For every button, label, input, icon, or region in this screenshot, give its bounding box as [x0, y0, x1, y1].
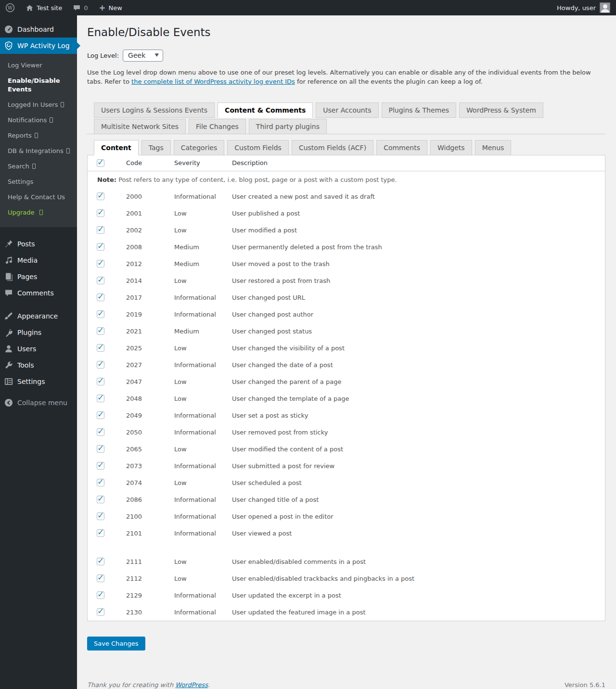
log-level-select[interactable]: Geek ▼ — [123, 50, 163, 62]
tab-third-party-plugins[interactable]: Third party plugins — [249, 119, 327, 134]
submenu-settings[interactable]: Settings — [0, 174, 77, 190]
row-checkbox[interactable] — [97, 260, 104, 268]
row-checkbox[interactable] — [97, 608, 104, 616]
event-severity: Low — [174, 210, 232, 217]
row-checkbox[interactable] — [97, 192, 104, 200]
row-checkbox[interactable] — [97, 344, 104, 352]
event-code: 2001 — [126, 210, 174, 217]
submenu-logged-in-users[interactable]: Logged In Users — [0, 97, 77, 113]
sidebar-item-comments[interactable]: Comments — [0, 285, 77, 301]
save-changes-button[interactable]: Save Changes — [87, 637, 145, 651]
sidebar-item-label: Dashboard — [17, 26, 54, 33]
event-description: User set a post as sticky — [232, 412, 605, 419]
row-checkbox[interactable] — [97, 378, 104, 385]
settings-icon — [4, 377, 13, 386]
wordpress-link[interactable]: WordPress — [175, 681, 208, 689]
submenu-enable-disable-events[interactable]: Enable/Disable Events — [0, 73, 77, 97]
submenu-label: DB & Integrations — [8, 147, 64, 154]
subtab-tags[interactable]: Tags — [141, 140, 171, 155]
submenu-upgrade[interactable]: Upgrade — [0, 205, 77, 220]
comments-icon — [4, 288, 13, 298]
page-description: Use the Log level drop down menu above t… — [87, 68, 605, 87]
event-description: User scheduled a post — [232, 479, 605, 486]
row-checkbox[interactable] — [97, 243, 104, 251]
tab-plugins-themes[interactable]: Plugins & Themes — [382, 102, 457, 118]
new-content-button[interactable]: New — [93, 0, 128, 15]
subtab-categories[interactable]: Categories — [174, 140, 224, 155]
submenu-reports[interactable]: Reports — [0, 128, 77, 143]
sidebar-item-dashboard[interactable]: Dashboard — [0, 21, 77, 38]
event-severity: Low — [174, 558, 232, 565]
row-checkbox[interactable] — [97, 462, 104, 470]
submenu-notifications[interactable]: Notifications — [0, 113, 77, 128]
event-severity: Low — [174, 446, 232, 453]
comments-counter[interactable]: 0 — [67, 0, 93, 15]
row-checkbox[interactable] — [97, 574, 104, 582]
row-checkbox[interactable] — [97, 361, 104, 369]
tab-content-comments[interactable]: Content & Comments — [218, 102, 313, 118]
version-text: Version 5.6.1 — [565, 681, 605, 689]
row-checkbox[interactable] — [97, 529, 104, 537]
subtab-widgets[interactable]: Widgets — [430, 140, 472, 155]
sidebar-item-label: Posts — [17, 240, 35, 248]
sidebar-item-appearance[interactable]: Appearance — [0, 308, 77, 324]
tab-user-accounts[interactable]: User Accounts — [316, 102, 378, 118]
event-description: User changed the visibility of a post — [232, 344, 605, 352]
sidebar-item-wp-activity-log[interactable]: WP Activity Log — [0, 38, 77, 54]
submenu-log-viewer[interactable]: Log Viewer — [0, 58, 77, 73]
row-checkbox[interactable] — [97, 479, 104, 486]
site-name-link[interactable]: Test site — [20, 0, 67, 15]
row-checkbox[interactable] — [97, 445, 104, 453]
subtab-content[interactable]: Content — [94, 140, 139, 155]
submenu-search[interactable]: Search — [0, 159, 77, 174]
subtab-custom-fields[interactable]: Custom Fields — [227, 140, 289, 155]
row-checkbox[interactable] — [97, 395, 104, 402]
table-row: 2086 Informational User changed title of… — [88, 491, 605, 508]
sidebar-item-users[interactable]: Users — [0, 341, 77, 357]
event-code: 2017 — [126, 294, 174, 301]
collapse-menu-button[interactable]: Collapse menu — [0, 395, 77, 411]
sidebar-item-settings[interactable]: Settings — [0, 373, 77, 390]
sidebar-item-posts[interactable]: Posts — [0, 236, 77, 252]
row-checkbox[interactable] — [97, 496, 104, 503]
wordpress-menu-link[interactable]: W — [0, 0, 20, 15]
tab-users-logins-sessions[interactable]: Users Logins & Sessions Events — [94, 102, 215, 118]
sidebar-item-plugins[interactable]: Plugins — [0, 324, 77, 341]
row-checkbox[interactable] — [97, 411, 104, 419]
subtab-menus[interactable]: Menus — [475, 140, 512, 155]
row-checkbox[interactable] — [97, 293, 104, 301]
events-table: Code Severity Description Note: Post ref… — [87, 155, 605, 621]
select-all-checkbox[interactable] — [97, 159, 104, 167]
tab-multisite-network-sites[interactable]: Multisite Network Sites — [94, 119, 186, 134]
event-ids-link[interactable]: the complete list of WordPress activity … — [131, 78, 295, 85]
row-checkbox[interactable] — [97, 591, 104, 599]
tab-file-changes[interactable]: File Changes — [189, 119, 246, 134]
sidebar-item-media[interactable]: Media — [0, 252, 77, 268]
tab-wordpress-system[interactable]: WordPress & System — [459, 102, 543, 118]
row-checkbox[interactable] — [97, 209, 104, 217]
sidebar-item-pages[interactable]: Pages — [0, 268, 77, 285]
event-code: 2008 — [126, 243, 174, 251]
event-description: User changed post status — [232, 328, 605, 335]
subtab-comments[interactable]: Comments — [376, 140, 427, 155]
row-checkbox[interactable] — [97, 327, 104, 335]
sidebar-item-tools[interactable]: Tools — [0, 357, 77, 373]
submenu-help-contact[interactable]: Help & Contact Us — [0, 190, 77, 205]
my-account-menu[interactable]: Howdy, user — [551, 0, 616, 15]
sidebar-item-label: WP Activity Log — [17, 42, 70, 50]
table-header-row: Code Severity Description — [88, 155, 605, 171]
subtab-custom-fields-acf[interactable]: Custom Fields (ACF) — [292, 140, 373, 155]
collapse-arrow-icon — [4, 398, 13, 408]
submenu-db-integrations[interactable]: DB & Integrations — [0, 143, 77, 159]
main-content: Enable/Disable Events Log Level: Geek ▼ … — [77, 15, 616, 689]
row-checkbox[interactable] — [97, 428, 104, 436]
row-checkbox[interactable] — [97, 277, 104, 284]
row-checkbox[interactable] — [97, 310, 104, 318]
row-checkbox[interactable] — [97, 226, 104, 234]
home-icon — [26, 4, 34, 12]
row-checkbox[interactable] — [97, 558, 104, 565]
row-checkbox[interactable] — [97, 512, 104, 520]
new-label: New — [109, 4, 122, 12]
event-description: User opened a post in the editor — [232, 513, 605, 520]
sidebar-item-label: Appearance — [17, 312, 58, 320]
